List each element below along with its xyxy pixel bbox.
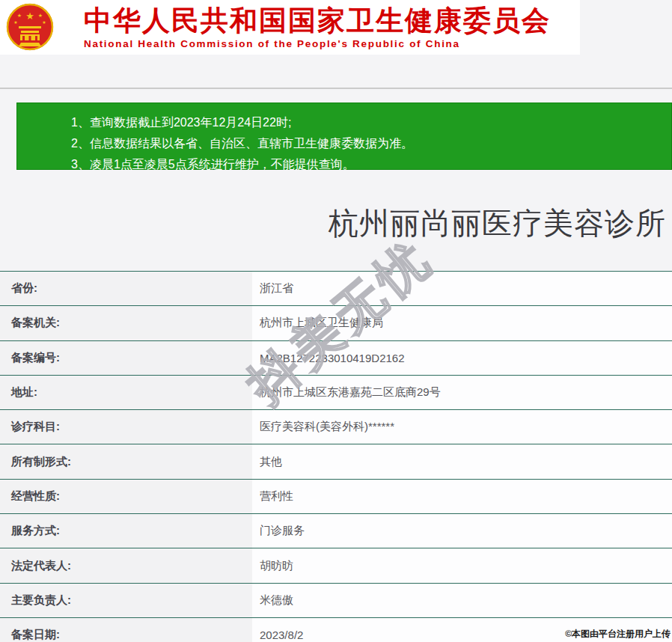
upload-credit-text: ©本图由平台注册用户上传: [565, 628, 671, 641]
notice-line: 3、凌晨1点至凌晨5点系统进行维护，不能提供查询。: [71, 154, 671, 175]
row-label: 地址:: [0, 376, 252, 409]
header-divider: [0, 88, 672, 89]
svg-text:★: ★: [17, 13, 22, 18]
row-label: 所有制形式:: [0, 444, 252, 478]
row-value: 米德傲: [252, 584, 672, 617]
table-row: 所有制形式: 其他: [0, 444, 672, 479]
site-title-chinese: 中华人民共和国国家卫生健康委员会: [84, 4, 578, 37]
table-row: 服务方式: 门诊服务: [0, 514, 672, 548]
row-label: 法定代表人:: [0, 548, 252, 582]
query-notice-box: 1、查询数据截止到2023年12月24日22时; 2、信息数据结果以各省、自治区…: [16, 103, 672, 170]
svg-text:★: ★: [13, 20, 17, 25]
svg-text:★: ★: [42, 20, 46, 25]
svg-text:★: ★: [38, 13, 43, 18]
table-row: 诊疗科目: 医疗美容科(美容外科)******: [0, 410, 672, 444]
table-row: 备案机关: 杭州市上城区卫生健康局: [0, 306, 672, 340]
svg-text:★: ★: [25, 10, 34, 22]
row-label: 备案编号:: [0, 341, 252, 375]
row-value: 营利性: [252, 480, 672, 513]
row-label: 省份:: [0, 272, 252, 305]
table-row: 地址: 杭州市上城区东港嘉苑二区底商29号: [0, 376, 672, 410]
row-value: 浙江省: [252, 272, 672, 305]
row-label: 经营性质:: [0, 480, 252, 513]
institution-info-table: 省份: 浙江省 备案机关: 杭州市上城区卫生健康局 备案编号: MA2B1272…: [0, 271, 672, 642]
row-value: 杭州市上城区卫生健康局: [252, 306, 672, 340]
notice-line: 1、查询数据截止到2023年12月24日22时;: [71, 112, 671, 133]
table-row: 备案编号: MA2B1272233010419D2162: [0, 341, 672, 376]
page: ★ ★ ★ ★ ★ 中华人民共和国国家卫生健康委员会 National Heal…: [0, 0, 672, 642]
row-value: 其他: [252, 444, 672, 478]
site-title-english: National Health Commission of the People…: [84, 37, 578, 51]
row-label: 诊疗科目:: [0, 410, 252, 444]
national-emblem-icon: ★ ★ ★ ★ ★: [6, 3, 54, 51]
table-row: 法定代表人: 胡昉昉: [0, 548, 672, 583]
notice-line: 2、信息数据结果以各省、自治区、直辖市卫生健康委数据为准。: [71, 133, 671, 154]
row-label: 备案日期:: [0, 618, 252, 642]
institution-name-title: 杭州丽尚丽医疗美容诊所: [0, 204, 666, 242]
row-value: 胡昉昉: [252, 548, 672, 582]
table-row: 主要负责人: 米德傲: [0, 584, 672, 618]
row-value: 医疗美容科(美容外科)******: [252, 410, 672, 444]
row-value: 杭州市上城区东港嘉苑二区底商29号: [252, 376, 672, 409]
row-label: 备案机关:: [0, 306, 252, 340]
site-header: ★ ★ ★ ★ ★ 中华人民共和国国家卫生健康委员会 National Heal…: [0, 0, 580, 55]
row-value: 门诊服务: [252, 514, 672, 548]
row-value: MA2B1272233010419D2162: [252, 341, 672, 375]
row-label: 主要负责人:: [0, 584, 252, 617]
table-row: 省份: 浙江省: [0, 272, 672, 306]
row-label: 服务方式:: [0, 514, 252, 548]
table-row: 经营性质: 营利性: [0, 480, 672, 514]
